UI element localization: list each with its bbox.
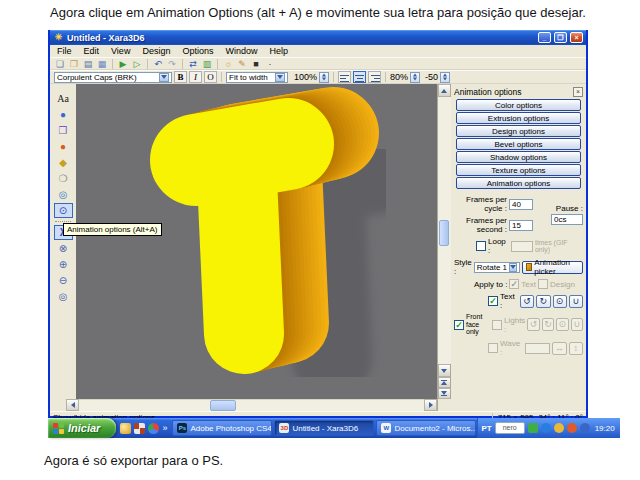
undo-icon[interactable]: ↶ [152, 58, 164, 70]
fit-mode-select[interactable]: Fit to width [226, 72, 288, 83]
tray-user-icon[interactable] [554, 423, 564, 433]
texture-options-button[interactable]: Texture options [456, 164, 581, 176]
color-options-icon[interactable]: ● [54, 107, 73, 122]
import-animation-icon[interactable]: ▶ [117, 58, 129, 70]
quick-launch-icon-1[interactable] [120, 423, 131, 434]
scroll-left-icon[interactable] [66, 399, 79, 411]
text-checkbox[interactable]: ✓ [488, 296, 498, 306]
design-options-icon[interactable]: ● [54, 139, 73, 154]
screen-preview-icon[interactable]: ■ [250, 58, 262, 70]
quick-launch-overflow-icon[interactable]: » [162, 423, 167, 433]
rotate-horizontal-axis-icon[interactable]: ↻ [536, 295, 550, 308]
export-animation-icon[interactable]: ▷ [131, 58, 143, 70]
loop-checkbox[interactable] [476, 241, 486, 251]
frames-per-cycle-input[interactable]: 40 [509, 199, 533, 210]
scroll-down-icon[interactable] [438, 364, 451, 377]
panel-close-icon[interactable]: × [573, 87, 583, 97]
tracking-stepper[interactable] [440, 72, 450, 83]
style-select[interactable]: Rotate 1 [474, 262, 520, 273]
frames-icon[interactable]: ▥ [201, 58, 213, 70]
document-canvas[interactable] [76, 84, 437, 399]
chevron-down-icon[interactable] [159, 73, 169, 82]
preview-icon-3[interactable]: ⊖ [54, 273, 73, 288]
vertical-scroll-track[interactable] [438, 97, 451, 364]
align-center-icon[interactable] [353, 71, 366, 83]
tray-network-icon[interactable] [580, 423, 590, 433]
outline-button[interactable]: O [204, 71, 217, 83]
nero-tray-badge[interactable]: nero [495, 422, 525, 434]
menu-options[interactable]: Options [182, 46, 213, 56]
tray-app-icon[interactable] [567, 423, 577, 433]
close-button[interactable]: × [570, 32, 583, 43]
preview-icon-4[interactable]: ◎ [54, 289, 73, 304]
shadow-options-icon[interactable]: ❍ [54, 171, 73, 186]
align-left-icon[interactable] [338, 71, 351, 83]
italic-button[interactable]: I [189, 71, 202, 83]
open-icon[interactable]: ❐ [68, 58, 80, 70]
pause-input[interactable]: 0cs [551, 214, 583, 225]
title-bar[interactable]: ✳ Untitled - Xara3D6 _ ❐ × [50, 30, 586, 45]
align-right-icon[interactable] [368, 71, 381, 83]
rotate-clockwise-icon[interactable]: ⊙ [553, 295, 567, 308]
minimize-button[interactable]: _ [538, 32, 551, 43]
bevel-options-button[interactable]: Bevel options [456, 138, 581, 150]
zoom-out-button[interactable] [438, 388, 451, 399]
horizontal-scroll-track[interactable] [79, 399, 424, 411]
toolbar-more-icon[interactable]: · [264, 58, 276, 70]
texture-options-icon[interactable]: ◎ [54, 187, 73, 202]
task-word[interactable]: W Documento2 - Micros... [376, 420, 476, 436]
size-stepper[interactable] [410, 72, 420, 83]
zoom-stepper[interactable] [319, 72, 329, 83]
letter-t-3d[interactable] [76, 84, 437, 399]
tray-messenger-icon[interactable] [541, 423, 551, 433]
bevel-options-icon[interactable]: ◆ [54, 155, 73, 170]
shadow-options-button[interactable]: Shadow options [456, 151, 581, 163]
export-icon[interactable]: ▦ [96, 58, 108, 70]
horizontal-scrollbar[interactable] [50, 399, 586, 411]
lights-checkbox[interactable] [492, 320, 502, 330]
rotate-vertical-axis-icon[interactable]: ↺ [520, 295, 534, 308]
scroll-up-icon[interactable] [438, 84, 451, 97]
menu-edit[interactable]: Edit [84, 46, 100, 56]
swing-icon[interactable]: ∪ [569, 295, 583, 308]
preview-icon-1[interactable]: ⊗ [54, 241, 73, 256]
start-button[interactable]: Iniciar [48, 418, 116, 438]
color-options-button[interactable]: Color options [456, 99, 581, 111]
chevron-down-icon[interactable] [275, 73, 285, 82]
redo-icon[interactable]: ↷ [166, 58, 178, 70]
quick-launch-icon-2[interactable] [134, 423, 145, 434]
extrusion-options-icon[interactable]: ❒ [54, 123, 73, 138]
animation-options-icon[interactable]: ⊙ [54, 203, 73, 218]
front-face-checkbox[interactable]: ✓ [454, 320, 464, 330]
horizontal-scroll-thumb[interactable] [210, 400, 236, 411]
new-document-icon[interactable]: ❏ [54, 58, 66, 70]
quick-launch-icon-3[interactable] [148, 423, 159, 434]
font-select[interactable]: Corpulent Caps (BRK) [54, 72, 172, 83]
task-photoshop[interactable]: Ps Adobe Photoshop CS4 [172, 420, 272, 436]
task-xara3d[interactable]: 3D Untitled - Xara3D6 [274, 420, 374, 436]
menu-help[interactable]: Help [269, 46, 288, 56]
preview-icon-2[interactable]: ⊕ [54, 257, 73, 272]
menu-window[interactable]: Window [225, 46, 257, 56]
pick-tool-icon[interactable]: ✎ [236, 58, 248, 70]
vertical-scrollbar[interactable] [437, 84, 450, 399]
frames-per-second-input[interactable]: 15 [509, 220, 533, 231]
text-options-icon[interactable]: Aa [54, 91, 73, 106]
zoom-in-button[interactable] [438, 377, 451, 388]
menu-design[interactable]: Design [142, 46, 170, 56]
extrusion-options-button[interactable]: Extrusion options [456, 112, 581, 124]
maximize-button[interactable]: ❐ [554, 32, 567, 43]
language-indicator[interactable]: PT [481, 424, 491, 433]
lights-toggle-icon[interactable]: ☼ [222, 58, 234, 70]
save-icon[interactable]: ▤ [82, 58, 94, 70]
chevron-down-icon[interactable] [509, 263, 517, 272]
menu-view[interactable]: View [111, 46, 130, 56]
tray-eject-icon[interactable] [528, 423, 538, 433]
vertical-scroll-thumb[interactable] [439, 220, 449, 246]
menu-file[interactable]: File [57, 46, 72, 56]
animation-options-button[interactable]: Animation options [456, 177, 581, 189]
scroll-right-icon[interactable] [424, 399, 437, 411]
design-options-button[interactable]: Design options [456, 125, 581, 137]
animation-picker-button[interactable]: Animation picker [522, 261, 583, 274]
position-icon[interactable]: ⇄ [187, 58, 199, 70]
